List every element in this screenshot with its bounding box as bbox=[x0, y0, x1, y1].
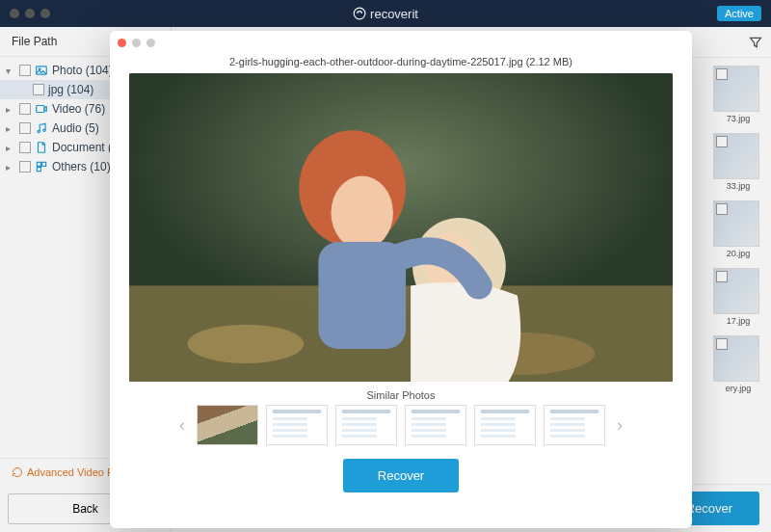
close-window-icon[interactable] bbox=[10, 9, 19, 18]
carousel-thumb[interactable] bbox=[266, 405, 328, 445]
recover-button[interactable]: Recover bbox=[343, 459, 459, 492]
carousel-thumb[interactable] bbox=[544, 405, 605, 445]
modal-minimize-icon[interactable] bbox=[132, 39, 141, 47]
carousel-next-icon[interactable]: › bbox=[613, 412, 626, 439]
titlebar: recoverit Active bbox=[0, 0, 771, 27]
minimize-window-icon[interactable] bbox=[25, 9, 35, 18]
similar-photos-label: Similar Photos bbox=[110, 389, 692, 401]
svg-point-14 bbox=[331, 176, 392, 251]
carousel-thumb[interactable] bbox=[197, 405, 258, 445]
carousel-prev-icon[interactable]: ‹ bbox=[175, 412, 189, 439]
modal-footer: Recover bbox=[110, 445, 692, 506]
carousel-thumb[interactable] bbox=[335, 405, 397, 445]
preview-image bbox=[129, 73, 673, 382]
preview-modal: 2-girls-hugging-each-other-outdoor-durin… bbox=[110, 31, 692, 528]
brand-logo: recoverit bbox=[353, 7, 418, 21]
maximize-window-icon[interactable] bbox=[40, 9, 50, 18]
carousel-thumb[interactable] bbox=[474, 405, 536, 445]
active-badge: Active bbox=[717, 6, 761, 21]
modal-maximize-icon[interactable] bbox=[146, 39, 155, 47]
carousel-thumb[interactable] bbox=[405, 405, 466, 445]
similar-carousel: ‹ › bbox=[110, 405, 692, 445]
window-controls[interactable] bbox=[0, 9, 50, 18]
svg-point-0 bbox=[354, 8, 365, 19]
modal-close-icon[interactable] bbox=[118, 39, 126, 47]
modal-titlebar bbox=[110, 31, 692, 54]
preview-filename: 2-girls-hugging-each-other-outdoor-durin… bbox=[110, 54, 692, 73]
svg-point-11 bbox=[187, 325, 304, 363]
